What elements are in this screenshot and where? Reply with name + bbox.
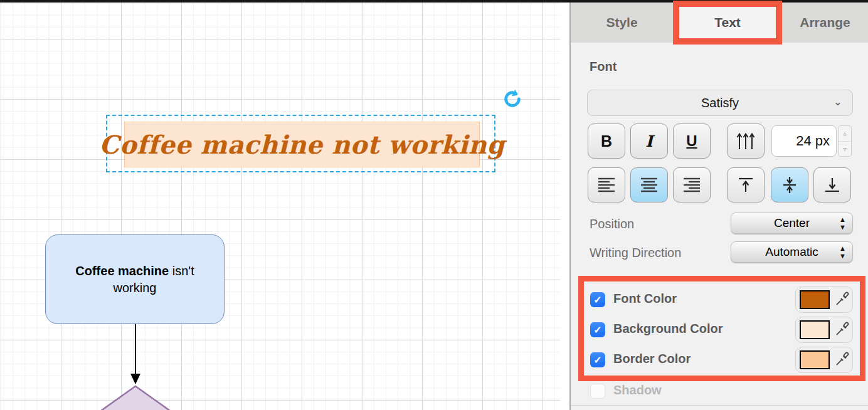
chevron-down-icon: ⌄ [834, 95, 842, 108]
valign-middle-icon [780, 176, 799, 194]
format-panel: Style Arrange Text Font Satisfy ⌄ B I U [571, 0, 868, 410]
bold-icon: B [601, 132, 612, 150]
updown-arrows-icon: ▲▼ [839, 216, 846, 231]
stepper-up-icon[interactable]: ▵ [839, 126, 851, 142]
border-color-checkbox[interactable]: ✓ [590, 352, 605, 367]
font-family-select[interactable]: Satisfy ⌄ [587, 90, 853, 116]
diagram-canvas[interactable]: Coffee machine not working Coffee machin… [0, 3, 569, 410]
tab-arrange[interactable]: Arrange [782, 3, 868, 43]
align-center-icon [639, 176, 659, 194]
background-color-swatch-button[interactable] [795, 317, 853, 343]
vertical-text-icon [735, 131, 756, 151]
check-icon: ✓ [593, 354, 601, 366]
valign-top-button[interactable] [727, 167, 765, 202]
bold-button[interactable]: B [588, 124, 625, 159]
position-label: Position [590, 217, 634, 231]
align-left-icon [596, 176, 617, 194]
shadow-label: Shadow [613, 383, 662, 397]
check-icon: ✓ [593, 294, 601, 306]
font-color-swatch [800, 290, 830, 309]
italic-icon: I [645, 132, 653, 150]
valign-bottom-button[interactable] [813, 167, 851, 202]
vertical-text-button[interactable] [727, 124, 765, 159]
background-color-swatch [800, 320, 830, 339]
writing-direction-select[interactable]: Automatic ▲▼ [731, 241, 853, 263]
updown-arrows-icon: ▲▼ [839, 244, 846, 260]
border-color-swatch-button[interactable] [795, 347, 853, 373]
underline-button[interactable]: U [673, 124, 711, 159]
background-color-checkbox[interactable]: ✓ [590, 322, 605, 337]
border-color-swatch [800, 350, 830, 369]
panel-section-divider [571, 405, 868, 406]
font-size-input[interactable]: 24 px [771, 125, 837, 157]
font-color-label: Font Color [613, 292, 677, 306]
writing-direction-label: Writing Direction [590, 246, 681, 260]
valign-top-icon [736, 176, 755, 194]
position-select[interactable]: Center ▲▼ [731, 213, 853, 234]
valign-bottom-icon [823, 176, 842, 194]
eyedropper-icon [834, 322, 850, 338]
font-size-value: 24 px [796, 133, 830, 149]
writing-direction-value: Automatic [765, 245, 818, 259]
align-left-button[interactable] [588, 167, 625, 202]
eyedropper-icon [834, 292, 850, 308]
underline-icon: U [686, 132, 697, 150]
drawio-window: Coffee machine not working Coffee machin… [0, 0, 868, 410]
decision-diamond[interactable] [94, 386, 177, 410]
font-family-value: Satisfy [701, 96, 739, 110]
align-center-button[interactable] [630, 167, 668, 202]
valign-middle-button[interactable] [771, 167, 808, 202]
font-section-label: Font [590, 60, 617, 74]
align-right-icon [682, 176, 702, 194]
position-value: Center [774, 216, 810, 230]
shadow-checkbox[interactable] [590, 384, 605, 399]
tab-text[interactable]: Text [714, 15, 741, 30]
font-color-swatch-button[interactable] [795, 286, 853, 313]
italic-button[interactable]: I [630, 124, 668, 159]
align-right-button[interactable] [673, 167, 711, 202]
tab-style[interactable]: Style [571, 3, 673, 43]
background-color-label: Background Color [613, 322, 722, 336]
connector-arrowhead [130, 374, 140, 384]
border-color-label: Border Color [613, 352, 691, 366]
stepper-down-icon[interactable]: ▿ [839, 142, 851, 157]
font-size-stepper[interactable]: ▵ ▿ [838, 125, 852, 157]
check-icon: ✓ [593, 324, 601, 336]
font-color-checkbox[interactable]: ✓ [590, 292, 605, 307]
eyedropper-icon [834, 352, 850, 368]
annotation-highlight-text-tab: Text [673, 1, 782, 45]
